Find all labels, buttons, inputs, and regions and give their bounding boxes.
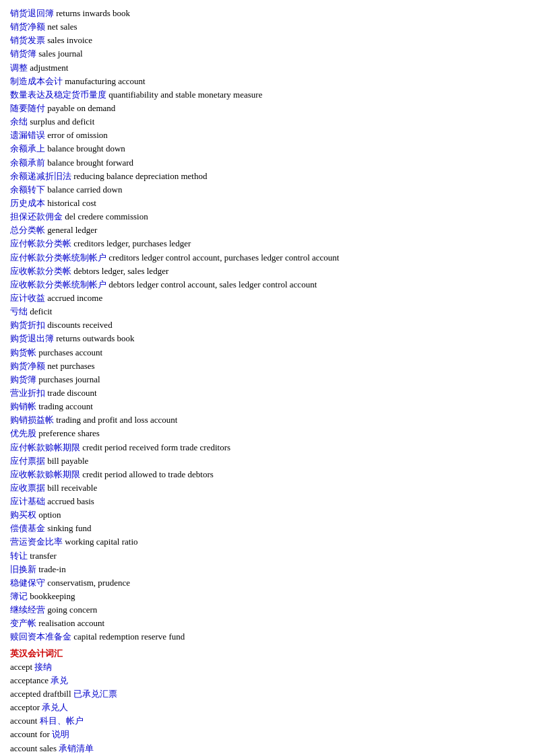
term-english: balance carried down [47,184,122,195]
list-item: 数量表达及稳定货币量度 quantifiability and stable m… [10,88,525,102]
list-item: account 科目、帐户 [10,714,525,728]
list-item: 购货帐 purchases account [10,346,525,359]
term-english: trade discount [47,388,96,398]
term-english: preference shares [38,428,100,438]
list-item: 销货簿 sales journal [10,47,525,61]
list-item: 应收帐款分类帐 debtors ledger, sales ledger [10,265,525,278]
list-item: 英汉会计词汇 [10,647,525,660]
term-chinese: 购销帐 [10,401,38,411]
term-english: sales journal [38,48,82,59]
term-chinese: 科目、帐户 [40,716,84,726]
term-english: bill payable [47,456,88,466]
list-item: 担保还款佣金 del credere commission [10,210,525,224]
term-chinese: 余额承上 [10,143,47,153]
term-english: accrued basis [47,496,94,506]
list-item: 销货退回簿 returns inwards book [10,7,525,20]
term-english: del credere commission [65,211,148,221]
term-chinese: 购销损益帐 [10,415,56,425]
term-chinese: 余额转下 [10,184,47,195]
term-chinese: 应计基础 [10,496,47,506]
term-english: purchases account [38,347,102,357]
term-english: net purchases [47,361,94,371]
term-english: sinking fund [47,523,91,533]
term-english: capital redemption reserve fund [73,631,185,642]
list-item: 余额承前 balance brought forward [10,156,525,170]
list-item: 购货折扣 discounts received [10,318,525,332]
term-chinese: 余绌 [10,116,30,127]
term-english: purchases journal [38,374,100,384]
term-english: returns inwards book [56,8,130,18]
term-chinese: 已承兑汇票 [73,689,117,699]
term-english: deficit [30,306,52,316]
term-english: manufacturing account [65,76,145,86]
list-item: 亏绌 deficit [10,305,525,318]
term-english: creditors ledger, purchases ledger [73,238,191,248]
term-english: account for [10,729,52,739]
list-item: 应付帐款分类帐 creditors ledger, purchases ledg… [10,237,525,250]
term-english: surplus and deficit [30,116,94,127]
term-chinese: 应收票据 [10,483,47,493]
term-chinese: 余额承前 [10,158,47,168]
term-english: balance brought down [47,143,125,153]
term-english: quantifiability and stable monetary meas… [108,90,262,100]
term-chinese: 承销清单 [59,743,94,753]
term-chinese: 遗漏错误 [10,130,47,140]
list-item: 转让 transfer [10,549,525,563]
term-chinese: 余额递减折旧法 [10,171,73,181]
term-chinese: 总分类帐 [10,225,47,235]
list-item: 余额转下 balance carried down [10,183,525,197]
term-chinese: 应收帐款分类帐 [10,266,73,276]
list-item: 营运资金比率 working capital ratio [10,535,525,549]
term-english: discounts received [47,320,112,330]
term-chinese: 说明 [52,729,69,739]
term-chinese: 销货簿 [10,48,38,59]
list-item: 购货簿 purchases journal [10,373,525,386]
term-english: credit period received form trade credit… [82,442,230,452]
term-english: bill receivable [47,483,97,493]
term-english: acceptor [10,702,42,712]
list-item: 营业折扣 trade discount [10,386,525,400]
term-chinese: 应计收益 [10,293,47,303]
term-english: debtors ledger control account, sales le… [108,279,317,289]
list-item: acceptor 承兑人 [10,701,525,714]
term-chinese: 旧换新 [10,564,38,574]
main-content: 销货退回簿 returns inwards book销货净额 net sales… [10,7,525,756]
term-chinese: 接纳 [34,662,52,672]
term-chinese: 赎回资本准备金 [10,631,73,642]
term-chinese: 调整 [10,63,30,73]
list-item: 赎回资本准备金 capital redemption reserve fund [10,630,525,644]
term-chinese: 销货发票 [10,35,47,45]
list-item: 旧换新 trade-in [10,563,525,576]
term-chinese: 承兑 [51,675,68,685]
term-chinese: 制造成本会计 [10,76,65,86]
term-chinese: 应收帐款赊帐期限 [10,469,82,479]
term-english: acceptance [10,675,51,685]
term-chinese: 历史成本 [10,198,47,208]
term-english: account sales [10,743,59,753]
term-english: accept [10,662,34,672]
list-item: 优先股 preference shares [10,427,525,440]
list-item: account for 说明 [10,728,525,741]
term-chinese: 继续经营 [10,605,47,615]
term-chinese: 承兑人 [42,702,68,712]
term-chinese: 亏绌 [10,306,30,316]
term-chinese: 营业折扣 [10,388,47,398]
term-chinese: 销货退回簿 [10,8,56,18]
list-item: 继续经营 going concern [10,603,525,617]
list-item: acceptance 承兑 [10,674,525,687]
term-english: balance brought forward [47,158,133,168]
list-item: 制造成本会计 manufacturing account [10,75,525,88]
term-chinese: 购货净额 [10,361,47,371]
term-english: trading and profit and loss account [56,415,177,425]
term-english: credit period allowed to trade debtors [82,469,214,479]
term-chinese: 应付帐款赊帐期限 [10,442,82,452]
term-chinese: 销货净额 [10,22,47,32]
term-english: conservatism, prudence [47,578,130,588]
term-english: general ledger [47,225,97,235]
term-chinese: 购货退出簿 [10,333,56,343]
list-item: 应计基础 accrued basis [10,495,525,508]
list-item: 随要随付 payable on demand [10,102,525,115]
term-chinese: 应收帐款分类帐统制帐户 [10,279,108,289]
term-english: reducing balance depreciation method [73,171,207,181]
term-english: going concern [47,605,97,615]
